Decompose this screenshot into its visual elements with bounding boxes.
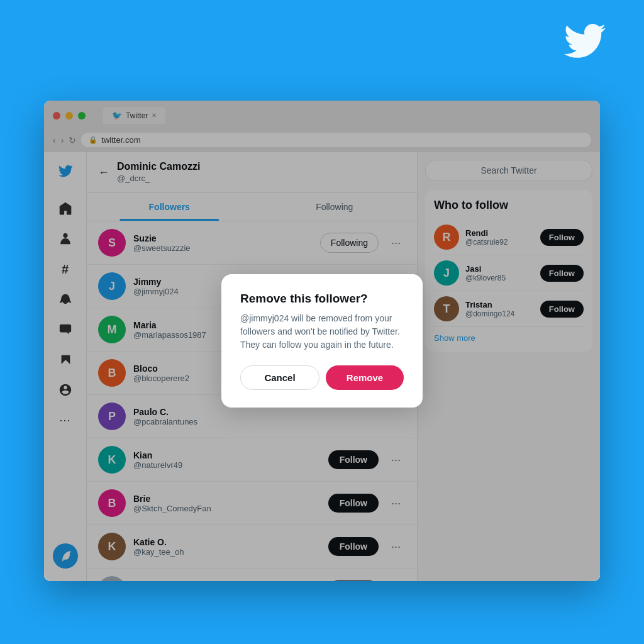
- modal-title: Remove this follower?: [240, 292, 404, 306]
- twitter-bird-logo: [562, 19, 606, 73]
- remove-follower-modal: Remove this follower? @jimmyj024 will be…: [221, 274, 423, 408]
- modal-overlay: Remove this follower? @jimmyj024 will be…: [44, 101, 600, 581]
- browser-window: 🐦 Twitter ✕ ‹ › ↻ 🔒 twitter.com: [44, 101, 600, 581]
- cancel-button[interactable]: Cancel: [240, 365, 319, 390]
- remove-button[interactable]: Remove: [326, 365, 404, 390]
- modal-body: @jimmyj024 will be removed from your fol…: [240, 312, 404, 352]
- modal-actions: Cancel Remove: [240, 365, 404, 390]
